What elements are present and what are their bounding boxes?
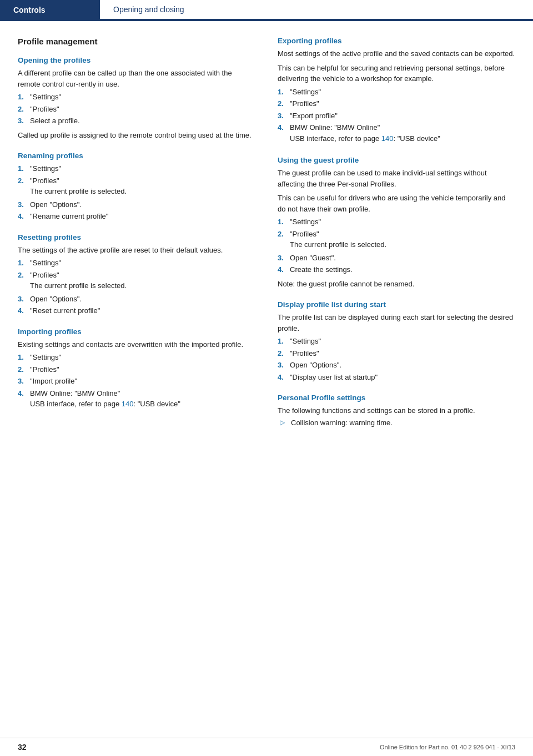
heading-resetting-profiles: Resetting profiles [18,233,255,241]
list-num: 3. [278,110,290,122]
list-text: "Rename current profile" [30,211,108,222]
list-text: "Reset current profile" [30,305,100,316]
page-number: 32 [18,743,27,752]
list-text: "Display user list at startup" [290,372,378,383]
page-title: Profile management [18,37,255,46]
list-item: 3.Open "Options". [18,199,255,210]
list-text: "Profiles" [290,348,319,359]
guest-profile-note: Note: the guest profile cannot be rename… [278,279,515,290]
list-text: "Settings" [290,216,321,228]
list-text: "Profiles" [290,98,319,109]
list-num: 2. [278,229,290,240]
heading-personal-profile-settings: Personal Profile settings [278,394,515,402]
list-item: 2."Profiles" [278,98,515,109]
list-num: 1. [278,216,290,228]
list-text: "Profiles" [30,104,59,115]
section-renaming-profiles: Renaming profiles 1."Settings" 2."Profil… [18,152,255,222]
section-label: Opening and closing [113,5,184,14]
sub-text: The current profile is selected. [18,186,127,197]
list-num: 1. [278,336,290,347]
right-column: Exporting profiles Most settings of the … [278,37,515,438]
list-text: "Settings" [30,92,61,103]
list-resetting-profiles: 1."Settings" 2."Profiles" The current pr… [18,258,255,316]
sub-link-text: USB interface, refer to page 140: "USB d… [278,133,440,144]
section-exporting-profiles: Exporting profiles Most settings of the … [278,37,515,145]
list-text: Open "Guest". [290,253,336,264]
body-exporting-2: This can be helpful for securing and ret… [278,63,515,84]
section-display-profile-list: Display profile list during start The pr… [278,300,515,382]
list-num: 4. [18,388,30,399]
list-num: 3. [18,199,30,210]
list-text: "Profiles" [30,270,59,281]
list-text: "Import profile" [30,376,77,387]
list-item: 2."Profiles" The current profile is sele… [18,270,255,293]
list-text: "Profiles" [30,175,59,187]
list-item: 3."Export profile" [278,110,515,122]
heading-renaming-profiles: Renaming profiles [18,152,255,160]
list-text: Select a profile. [30,115,80,127]
list-item: 4.BMW Online: "BMW Online" USB interface… [278,122,515,145]
list-guest-profile: 1."Settings" 2."Profiles" The current pr… [278,216,515,275]
body-guest-1: The guest profile can be used to make in… [278,168,515,189]
list-num: 3. [278,360,290,371]
section-importing-profiles: Importing profiles Existing settings and… [18,327,255,411]
list-exporting-profiles: 1."Settings" 2."Profiles" 3."Export prof… [278,87,515,145]
controls-label: Controls [13,6,46,14]
list-text: Open "Options". [30,294,82,305]
body-opening-profiles: A different profile can be called up tha… [18,68,255,89]
list-item: 1."Settings" [18,352,255,363]
list-num: 1. [18,258,30,269]
list-text: "Profiles" [290,229,319,240]
list-importing-profiles: 1."Settings" 2."Profiles" 3."Import prof… [18,352,255,411]
list-num: 1. [18,163,30,174]
list-text: "Profiles" [30,364,59,375]
list-num: 4. [278,372,290,383]
list-num: 4. [278,122,290,133]
controls-tab[interactable]: Controls [0,0,100,20]
list-text: "Settings" [290,336,321,347]
list-item: 1."Settings" [278,87,515,98]
body-exporting-1: Most settings of the active profile and … [278,48,515,59]
list-item: 1."Settings" [278,336,515,347]
list-text: "Export profile" [290,110,338,122]
footer-text: Online Edition for Part no. 01 40 2 926 … [380,744,515,750]
bullet-arrow-icon: ▷ [280,419,288,426]
list-item: 1."Settings" [278,216,515,228]
bullet-text: Collision warning: warning time. [291,419,393,427]
list-item: 2."Profiles" The current profile is sele… [278,229,515,251]
section-opening-profiles: Opening the profiles A different profile… [18,56,255,140]
list-item: 1."Settings" [18,163,255,174]
list-item: 3.Select a profile. [18,115,255,127]
list-item: 3.Open "Options". [278,360,515,371]
list-item: 4."Display user list at startup" [278,372,515,383]
list-item: 3.Open "Guest". [278,253,515,264]
page-link[interactable]: 140 [381,134,394,143]
after-text-opening: Called up profile is assigned to the rem… [18,130,255,141]
footer: 32 Online Edition for Part no. 01 40 2 9… [0,738,533,756]
section-tab[interactable]: Opening and closing [100,0,533,20]
body-guest-2: This can be useful for drivers who are u… [278,193,515,214]
list-item: 4.Create the settings. [278,264,515,275]
list-item: 4."Rename current profile" [18,211,255,222]
list-item: 2."Profiles" The current profile is sele… [18,175,255,198]
main-content: Profile management Opening the profiles … [0,21,533,471]
header-bar: Controls Opening and closing [0,0,533,20]
body-importing-profiles: Existing settings and contacts are overw… [18,339,255,350]
body-display-profile-list: The profile list can be displayed during… [278,312,515,334]
list-renaming-profiles: 1."Settings" 2."Profiles" The current pr… [18,163,255,222]
heading-importing-profiles: Importing profiles [18,327,255,336]
list-num: 2. [18,364,30,375]
list-text: Open "Options". [290,360,341,371]
list-num: 2. [278,98,290,109]
list-num: 1. [278,87,290,98]
list-item: 4."Reset current profile" [18,305,255,316]
page-link[interactable]: 140 [122,400,134,408]
list-num: 4. [18,305,30,316]
list-num: 4. [18,211,30,222]
list-text: Create the settings. [290,264,353,275]
list-item: 4.BMW Online: "BMW Online" USB interface… [18,388,255,411]
list-text: "Settings" [30,163,61,174]
sub-text: The current profile is selected. [278,239,386,250]
list-num: 1. [18,92,30,103]
list-display-profile-list: 1."Settings" 2."Profiles" 3.Open "Option… [278,336,515,382]
